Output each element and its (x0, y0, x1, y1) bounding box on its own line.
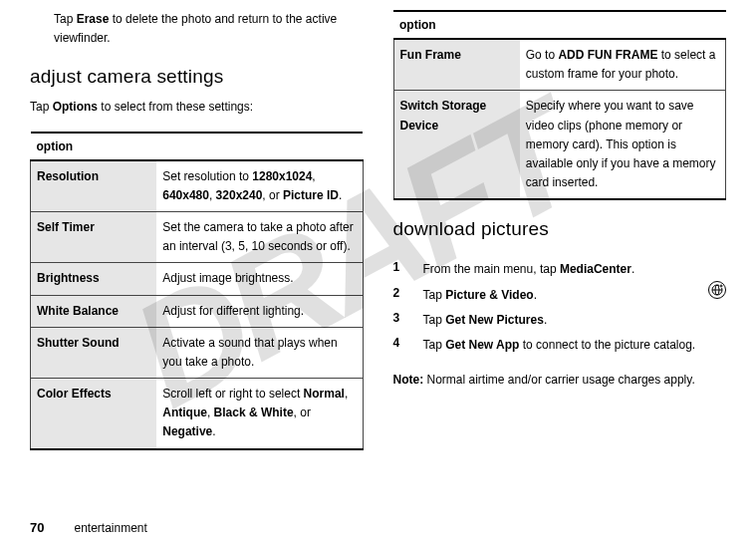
get-new-pictures-label: Get New Pictures (445, 313, 544, 327)
resolution-opt: 640x480 (162, 188, 209, 202)
step-number: 3 (393, 311, 405, 325)
option-label: Resolution (31, 160, 157, 212)
option-desc: Adjust image brightness. (156, 263, 363, 295)
resolution-opt: Picture ID (283, 188, 339, 202)
text: . (534, 288, 537, 302)
step-text: Tap Picture & Video. (423, 286, 727, 305)
text: , or (294, 406, 311, 419)
table-row: Shutter Sound Activate a sound that play… (31, 327, 364, 378)
mediacenter-label: MediaCenter (560, 262, 631, 276)
adjust-camera-settings-heading: adjust camera settings (30, 66, 364, 88)
get-new-app-label: Get New App (445, 338, 519, 352)
list-item: 1 From the main menu, tap MediaCenter. (393, 260, 727, 279)
download-steps-list: 1 From the main menu, tap MediaCenter. 2… (393, 254, 727, 361)
option-label: White Balance (31, 295, 157, 327)
text: to select from these settings: (98, 100, 253, 114)
text: Tap (423, 313, 446, 327)
option-label: Color Effects (31, 379, 157, 449)
network-feature-icon (708, 281, 726, 299)
options-instruction: Tap Options to select from these setting… (30, 98, 364, 117)
option-desc: Set the camera to take a photo after an … (156, 211, 363, 262)
text: Scroll left or right to select (162, 387, 303, 401)
option-label: Switch Storage Device (393, 91, 520, 199)
step-text: Tap Get New Pictures. (423, 311, 727, 330)
text: Tap (30, 100, 53, 114)
table-row: Switch Storage Device Specify where you … (393, 91, 726, 199)
table-row: Color Effects Scroll left or right to se… (31, 379, 364, 449)
picture-video-label: Picture & Video (445, 288, 533, 302)
download-pictures-heading: download pictures (393, 218, 550, 240)
note-label: Note: (393, 373, 424, 387)
text: . (631, 262, 634, 276)
text: to connect to the picture catalog. (519, 338, 695, 352)
option-column-header: option (393, 11, 726, 39)
text: , (209, 188, 216, 202)
resolution-opt: 1280x1024 (252, 169, 312, 183)
table-row: Self Timer Set the camera to take a phot… (31, 211, 364, 262)
option-desc: Specify where you want to save video cli… (520, 91, 726, 199)
option-desc: Go to ADD FUN FRAME to select a custom f… (520, 39, 726, 91)
step-text: Tap Get New App to connect to the pictur… (423, 336, 727, 355)
list-item: 4 Tap Get New App to connect to the pict… (393, 336, 727, 355)
right-column: option Fun Frame Go to ADD FUN FRAME to … (393, 10, 727, 488)
effect-opt: Antique (162, 406, 207, 419)
section-name: entertainment (74, 521, 146, 535)
step-number: 1 (393, 260, 405, 274)
text: Tap (54, 12, 77, 26)
erase-label: Erase (77, 12, 110, 26)
effect-opt: Normal (304, 387, 345, 401)
table-row: Resolution Set resolution to 1280x1024, … (31, 160, 364, 212)
erase-instruction: Tap Erase to delete the photo and return… (54, 10, 364, 48)
text: . (339, 188, 342, 202)
list-item: 2 Tap Picture & Video. (393, 286, 727, 305)
note-paragraph: Note: Normal airtime and/or carrier usag… (393, 371, 727, 390)
table-row: White Balance Adjust for different light… (31, 295, 364, 327)
text: , (207, 406, 214, 419)
table-row: Fun Frame Go to ADD FUN FRAME to select … (393, 39, 726, 91)
page-footer: 70 entertainment (30, 520, 147, 535)
camera-options-table: option Resolution Set resolution to 1280… (30, 132, 364, 450)
option-label: Brightness (31, 263, 157, 295)
text: Tap (423, 288, 446, 302)
text: . (544, 313, 547, 327)
resolution-opt: 320x240 (216, 188, 263, 202)
list-item: 3 Tap Get New Pictures. (393, 311, 727, 330)
table-row: Brightness Adjust image brightness. (31, 263, 364, 295)
option-label: Shutter Sound (31, 327, 157, 378)
option-column-header: option (31, 133, 364, 160)
option-desc: Set resolution to 1280x1024, 640x480, 32… (156, 160, 363, 212)
fun-frame-opt: ADD FUN FRAME (558, 48, 657, 62)
camera-options-table-continued: option Fun Frame Go to ADD FUN FRAME to … (393, 10, 727, 200)
text: From the main menu, tap (423, 262, 560, 276)
step-number: 2 (393, 286, 405, 300)
page-number: 70 (30, 520, 44, 535)
effect-opt: Negative (162, 424, 212, 438)
options-label: Options (53, 100, 98, 114)
text: Set resolution to (162, 169, 252, 183)
option-desc: Scroll left or right to select Normal, A… (156, 379, 363, 449)
text: , (345, 387, 348, 401)
option-desc: Activate a sound that plays when you tak… (156, 327, 363, 378)
option-label: Self Timer (31, 211, 157, 262)
text: , (312, 169, 315, 183)
text: . (212, 424, 215, 438)
step-number: 4 (393, 336, 405, 350)
effect-opt: Black & White (214, 406, 294, 419)
text: Go to (526, 48, 559, 62)
option-label: Fun Frame (393, 39, 520, 91)
text: , or (262, 188, 283, 202)
step-text: From the main menu, tap MediaCenter. (423, 260, 727, 279)
note-text: Normal airtime and/or carrier usage char… (423, 373, 695, 387)
text: Tap (423, 338, 446, 352)
option-desc: Adjust for different lighting. (156, 295, 363, 327)
left-column: Tap Erase to delete the photo and return… (30, 10, 364, 488)
